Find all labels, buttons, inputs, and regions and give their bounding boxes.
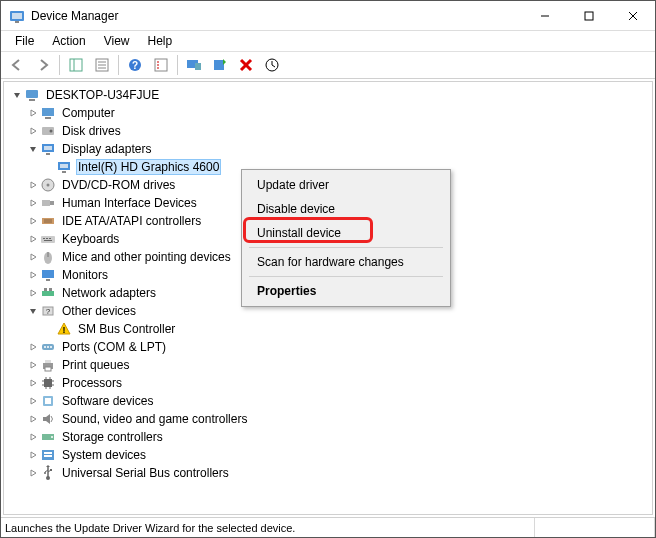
tree-item-computer[interactable]: Computer: [4, 104, 652, 122]
svg-rect-44: [41, 236, 55, 243]
svg-point-17: [157, 64, 159, 66]
hid-icon: [40, 195, 56, 211]
back-button[interactable]: [5, 53, 29, 77]
menu-separator: [249, 247, 443, 248]
tree-root[interactable]: DESKTOP-U34FJUE: [4, 86, 652, 104]
minimize-button[interactable]: [523, 1, 567, 31]
tree-item-display-adapters[interactable]: Display adapters: [4, 140, 652, 158]
window-title: Device Manager: [31, 9, 523, 23]
uninstall-button[interactable]: [234, 53, 258, 77]
expand-arrow-icon[interactable]: [26, 448, 40, 462]
tree-item-label: Intel(R) HD Graphics 4600: [76, 159, 221, 175]
svg-rect-20: [195, 63, 201, 70]
menu-item-update-driver[interactable]: Update driver: [245, 173, 447, 197]
tree-item-usb[interactable]: Universal Serial Bus controllers: [4, 464, 652, 482]
tree-item-label: Other devices: [60, 304, 138, 318]
tree-item-label: Ports (COM & LPT): [60, 340, 168, 354]
tree-item-system[interactable]: System devices: [4, 446, 652, 464]
context-menu: Update driver Disable device Uninstall d…: [241, 169, 451, 307]
menu-file[interactable]: File: [7, 32, 42, 50]
update-driver-button[interactable]: [208, 53, 232, 77]
svg-rect-51: [42, 270, 54, 278]
svg-rect-28: [45, 117, 51, 119]
svg-rect-2: [15, 21, 19, 23]
tree-root-label: DESKTOP-U34FJUE: [44, 88, 161, 102]
maximize-button[interactable]: [567, 1, 611, 31]
tree-item-sm-bus[interactable]: ! SM Bus Controller: [4, 320, 652, 338]
svg-rect-26: [29, 99, 35, 101]
expand-arrow-icon[interactable]: [26, 412, 40, 426]
help-button[interactable]: ?: [123, 53, 147, 77]
tree-item-storage[interactable]: Storage controllers: [4, 428, 652, 446]
close-button[interactable]: [611, 1, 655, 31]
scan-hardware-button[interactable]: [260, 53, 284, 77]
computer-icon: [40, 105, 56, 121]
tree-item-print-queues[interactable]: Print queues: [4, 356, 652, 374]
tree-item-processors[interactable]: Processors: [4, 374, 652, 392]
expand-arrow-icon[interactable]: [26, 178, 40, 192]
svg-rect-7: [70, 59, 82, 71]
collapse-arrow-icon[interactable]: [26, 304, 40, 318]
tree-item-sound[interactable]: Sound, video and game controllers: [4, 410, 652, 428]
tree-item-label: Universal Serial Bus controllers: [60, 466, 231, 480]
monitor-ext-button[interactable]: [182, 53, 206, 77]
menu-item-uninstall-device[interactable]: Uninstall device: [245, 221, 447, 245]
expand-arrow-icon[interactable]: [26, 358, 40, 372]
svg-point-30: [50, 130, 53, 133]
menu-view[interactable]: View: [96, 32, 138, 50]
network-icon: [40, 285, 56, 301]
svg-rect-32: [44, 146, 52, 150]
svg-rect-81: [44, 455, 52, 457]
system-icon: [40, 447, 56, 463]
svg-rect-84: [50, 469, 52, 471]
svg-text:?: ?: [132, 60, 138, 71]
svg-rect-55: [49, 288, 52, 291]
menu-item-scan-hardware[interactable]: Scan for hardware changes: [245, 250, 447, 274]
svg-rect-65: [45, 367, 51, 371]
menu-item-properties[interactable]: Properties: [245, 279, 447, 303]
tree-item-label: IDE ATA/ATAPI controllers: [60, 214, 203, 228]
tree-item-software[interactable]: Software devices: [4, 392, 652, 410]
collapse-arrow-icon[interactable]: [26, 142, 40, 156]
expand-arrow-icon[interactable]: [26, 232, 40, 246]
collapse-arrow-icon[interactable]: [10, 88, 24, 102]
svg-rect-39: [42, 200, 50, 206]
svg-rect-1: [12, 13, 22, 19]
properties-button[interactable]: [90, 53, 114, 77]
svg-rect-54: [44, 288, 47, 291]
tree-item-label: Network adapters: [60, 286, 158, 300]
svg-rect-27: [42, 108, 54, 116]
disk-icon: [40, 123, 56, 139]
expand-arrow-icon[interactable]: [26, 214, 40, 228]
menu-help[interactable]: Help: [140, 32, 181, 50]
expand-arrow-icon[interactable]: [26, 250, 40, 264]
svg-rect-80: [44, 452, 52, 454]
menu-action[interactable]: Action: [44, 32, 93, 50]
expand-arrow-icon[interactable]: [26, 466, 40, 480]
svg-point-16: [157, 61, 159, 63]
expand-arrow-icon[interactable]: [26, 106, 40, 120]
tree-item-ports[interactable]: Ports (COM & LPT): [4, 338, 652, 356]
toolbar: ?: [1, 51, 655, 79]
forward-button[interactable]: [31, 53, 55, 77]
expand-arrow-icon[interactable]: [26, 340, 40, 354]
action-list-button[interactable]: [149, 53, 173, 77]
show-hide-console-tree-button[interactable]: [64, 53, 88, 77]
toolbar-separator: [59, 55, 60, 75]
expand-arrow-icon[interactable]: [26, 394, 40, 408]
expand-arrow-icon[interactable]: [26, 124, 40, 138]
expand-arrow-icon[interactable]: [26, 268, 40, 282]
menu-item-disable-device[interactable]: Disable device: [245, 197, 447, 221]
svg-text:!: !: [63, 325, 66, 335]
expand-arrow-icon[interactable]: [26, 286, 40, 300]
tree-item-disk-drives[interactable]: Disk drives: [4, 122, 652, 140]
expand-arrow-icon[interactable]: [26, 196, 40, 210]
svg-rect-15: [155, 59, 167, 71]
tree-item-label: System devices: [60, 448, 148, 462]
software-icon: [40, 393, 56, 409]
expand-arrow-icon[interactable]: [26, 430, 40, 444]
svg-point-61: [47, 346, 49, 348]
display-icon: [56, 159, 72, 175]
status-cell-empty: [535, 518, 655, 537]
expand-arrow-icon[interactable]: [26, 376, 40, 390]
